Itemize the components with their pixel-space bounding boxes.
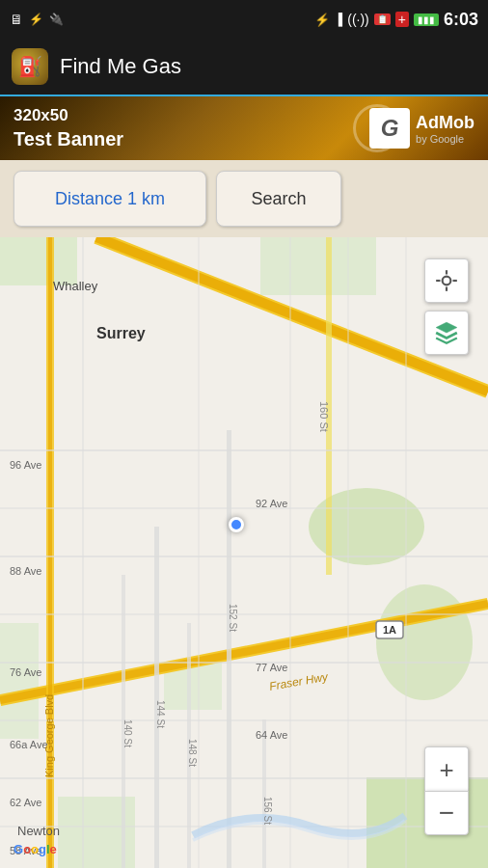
svg-text:88 Ave: 88 Ave (10, 565, 41, 577)
app-header: ⛽ Find Me Gas (0, 39, 488, 96)
zoom-in-button[interactable]: + (424, 746, 469, 791)
usb2-icon: 🔌 (49, 13, 64, 26)
svg-rect-20 (262, 719, 266, 868)
svg-rect-29 (82, 237, 84, 868)
battery-icon: ▮▮▮ (414, 14, 439, 26)
plus-icon: + (395, 12, 409, 27)
controls-row: Distance 1 km Search (0, 160, 488, 237)
svg-text:77 Ave: 77 Ave (256, 662, 287, 673)
svg-rect-24 (0, 613, 488, 615)
distance-button[interactable]: Distance 1 km (14, 171, 206, 227)
ad-text: 320x50 Test Banner (14, 105, 123, 151)
admob-brand: AdMob by Google (416, 113, 474, 145)
map-area[interactable]: 1A Whalley Surrey 96 Ave 88 Ave 76 Ave 6… (0, 237, 488, 868)
svg-text:152 St: 152 St (228, 604, 238, 632)
layers-icon (434, 320, 459, 345)
svg-text:1A: 1A (383, 624, 396, 636)
store-icon: 🖥 (10, 12, 23, 27)
svg-text:148 St: 148 St (187, 739, 198, 767)
location-button[interactable] (424, 258, 469, 303)
svg-text:92 Ave: 92 Ave (256, 498, 287, 509)
svg-text:76 Ave: 76 Ave (10, 666, 41, 678)
svg-text:Surrey: Surrey (96, 325, 146, 341)
svg-text:96 Ave: 96 Ave (10, 459, 41, 471)
svg-rect-0 (0, 237, 488, 868)
svg-text:160 St: 160 St (318, 401, 330, 432)
svg-point-6 (376, 584, 473, 700)
status-bar: 🖥 ⚡ 🔌 ⚡ ▐ ((·)) 📋 + ▮▮▮ 6:03 (0, 0, 488, 39)
svg-rect-18 (227, 430, 231, 868)
svg-text:144 St: 144 St (155, 700, 166, 728)
search-button[interactable]: Search (216, 171, 341, 227)
svg-rect-25 (0, 662, 488, 664)
svg-rect-33 (405, 237, 407, 868)
crosshair-icon (434, 268, 459, 293)
google-watermark: Google (14, 842, 57, 856)
svg-text:64 Ave: 64 Ave (256, 729, 287, 741)
location-dot (229, 517, 244, 532)
app-icon: ⛽ (12, 48, 48, 85)
status-time: 6:03 (444, 10, 478, 30)
svg-text:Newton: Newton (17, 824, 60, 838)
svg-rect-22 (0, 507, 488, 509)
admob-g-logo: G (369, 108, 410, 149)
svg-rect-26 (0, 719, 488, 721)
svg-text:Whalley: Whalley (53, 279, 98, 293)
ad-logo: G AdMob by Google (369, 108, 474, 149)
plus-icon: + (439, 757, 453, 782)
svg-point-56 (443, 277, 451, 285)
app-title: Find Me Gas (60, 54, 181, 79)
usb-icon: ⚡ (29, 13, 43, 26)
svg-rect-30 (198, 237, 200, 868)
svg-rect-21 (0, 449, 488, 451)
svg-rect-32 (347, 237, 349, 868)
notification-icon: 📋 (374, 14, 391, 25)
status-left-icons: 🖥 ⚡ 🔌 (10, 12, 64, 27)
map-svg: 1A Whalley Surrey 96 Ave 88 Ave 76 Ave 6… (0, 237, 488, 868)
svg-text:140 St: 140 St (122, 719, 133, 747)
minus-icon: − (439, 800, 454, 827)
svg-text:King George Blvd: King George Blvd (43, 694, 55, 777)
svg-rect-28 (0, 826, 488, 827)
svg-text:62 Ave: 62 Ave (10, 797, 41, 808)
bluetooth-icon: ⚡ (314, 13, 330, 27)
svg-rect-23 (0, 556, 488, 557)
svg-rect-27 (0, 777, 488, 779)
status-right-icons: ⚡ ▐ ((·)) 📋 + ▮▮▮ 6:03 (314, 10, 478, 30)
svg-rect-16 (154, 527, 159, 868)
wifi-icon: ((·)) (347, 12, 369, 27)
svg-rect-2 (260, 237, 376, 295)
svg-rect-31 (289, 237, 291, 868)
signal-icon: ▐ (335, 13, 343, 26)
gas-icon: ⛽ (18, 55, 42, 78)
svg-text:156 St: 156 St (262, 797, 273, 825)
zoom-out-button[interactable]: − (424, 791, 469, 835)
ad-banner: 320x50 Test Banner G AdMob by Google (0, 96, 488, 160)
layer-button[interactable] (424, 311, 469, 355)
svg-text:66a Ave: 66a Ave (10, 739, 48, 750)
